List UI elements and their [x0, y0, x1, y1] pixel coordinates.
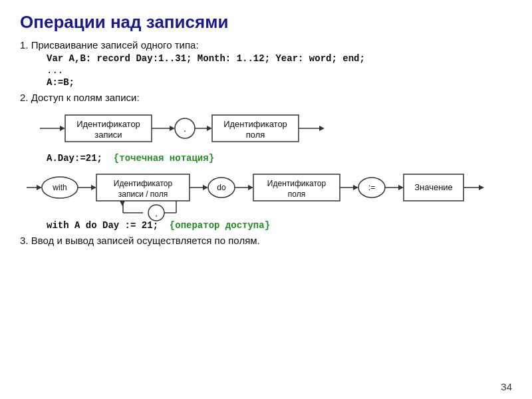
diagram1-svg: Идентификатор записи . Идентификатор пол…	[40, 107, 412, 150]
svg-text:with: with	[52, 183, 66, 192]
svg-text:поля: поля	[246, 130, 265, 140]
svg-marker-15	[319, 126, 325, 131]
diagram2-svg: with Идентификатор записи / поля ,	[27, 168, 505, 227]
svg-text:записи / поля: записи / поля	[118, 190, 168, 199]
code-assign: A:=B;	[47, 77, 512, 88]
section2-label: 2. Доступ к полям записи:	[20, 92, 512, 103]
svg-text::=: :=	[368, 183, 375, 192]
svg-marker-1	[60, 126, 65, 131]
svg-marker-37	[248, 185, 253, 190]
page: Операции над записями 1. Присваивание за…	[0, 0, 532, 399]
notation-code: A.Day:=21;	[47, 153, 102, 164]
svg-marker-31	[120, 201, 125, 206]
svg-text:Идентификатор: Идентификатор	[114, 179, 173, 188]
svg-text:записи: записи	[94, 130, 122, 140]
diagram2: with Идентификатор записи / поля ,	[27, 168, 492, 217]
svg-text:.: .	[184, 123, 186, 134]
svg-marker-17	[37, 185, 42, 190]
section1-label: 1. Присваивание записей одного типа:	[20, 39, 512, 51]
page-number: 34	[501, 381, 512, 392]
svg-marker-33	[203, 185, 208, 190]
svg-marker-42	[353, 185, 358, 190]
code-var: Var A,B: record Day:1..31; Month: 1..12;…	[47, 53, 512, 64]
svg-marker-21	[91, 185, 96, 190]
notation-comment: {точечная нотация}	[114, 153, 214, 164]
svg-marker-10	[207, 126, 212, 131]
svg-text:Идентификатор: Идентификатор	[223, 119, 287, 129]
code-ellipsis: ...	[47, 65, 512, 76]
svg-text:Значение: Значение	[414, 182, 453, 192]
svg-text:Идентификатор: Идентификатор	[267, 179, 327, 188]
svg-marker-6	[170, 126, 175, 131]
svg-text:Идентификатор: Идентификатор	[76, 119, 140, 129]
svg-marker-50	[479, 185, 484, 190]
section3-label: 3. Ввод и вывод записей осуществляется п…	[20, 235, 512, 246]
svg-text:поля: поля	[288, 190, 305, 199]
svg-text:,: ,	[155, 208, 158, 218]
svg-marker-46	[398, 185, 404, 190]
diagram1: Идентификатор записи . Идентификатор пол…	[40, 107, 412, 150]
notation-line: A.Day:=21; {точечная нотация}	[47, 153, 512, 164]
page-title: Операции над записями	[20, 12, 512, 33]
svg-text:do: do	[217, 183, 226, 192]
